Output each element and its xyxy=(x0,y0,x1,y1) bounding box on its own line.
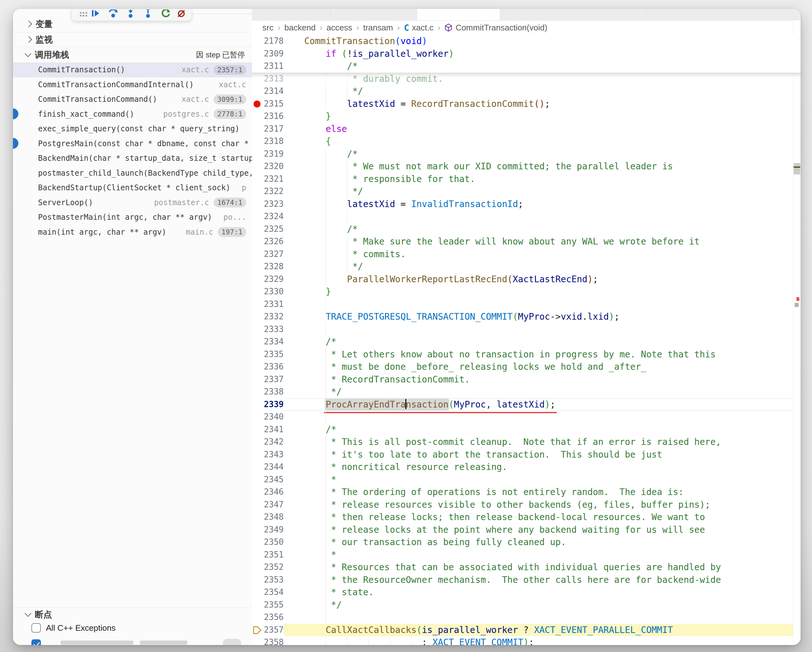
line-number[interactable]: 2319 xyxy=(261,148,284,161)
code-line[interactable]: 2351 * xyxy=(252,549,801,561)
line-number[interactable]: 2330 xyxy=(261,285,284,298)
code-line[interactable]: 2340 xyxy=(252,411,801,423)
call-stack-frame[interactable]: PostmasterMain(int argc, char ** argv)po… xyxy=(13,210,252,225)
call-stack-frame[interactable]: BackendStartup(ClientSocket * client_soc… xyxy=(13,181,252,195)
code-line[interactable]: 2332 TRACE_POSTGRESQL_TRANSACTION_COMMIT… xyxy=(252,311,801,323)
code-line[interactable]: 2320 * We must not mark our XID committe… xyxy=(252,160,801,173)
code-line[interactable]: 2354 * state. xyxy=(252,586,801,599)
editor-pane[interactable]: src›backend›access›transam›Cxact.c›Commi… xyxy=(252,9,801,645)
code-line[interactable]: 2358 : XACT_EVENT_COMMIT); xyxy=(252,636,801,645)
code-line[interactable]: 2335 * Let others know about no transact… xyxy=(252,348,801,361)
line-number[interactable]: 2338 xyxy=(261,386,284,398)
code-line[interactable]: 2356 xyxy=(252,611,801,624)
code-line[interactable]: 2338 */ xyxy=(252,386,801,398)
code-line[interactable]: 2345 * xyxy=(252,473,801,486)
call-stack-frame[interactable]: ServerLoop()postmaster.c1674:1 xyxy=(13,195,252,210)
line-number[interactable]: 2352 xyxy=(261,561,284,574)
line-number[interactable]: 2320 xyxy=(261,160,284,173)
code-line[interactable]: 2347 * release resources visible to othe… xyxy=(252,499,801,511)
breakpoint-icon[interactable] xyxy=(253,101,261,107)
line-number[interactable]: 2329 xyxy=(261,273,284,286)
code-line[interactable]: 2319 /* xyxy=(252,148,801,161)
code-line[interactable]: 2322 */ xyxy=(252,185,801,198)
code-line[interactable]: 2344 * noncritical resource releasing. xyxy=(252,461,801,473)
section-watch[interactable]: 监视 xyxy=(13,32,252,47)
code-line[interactable]: 2317 else xyxy=(252,123,801,135)
line-number[interactable]: 2326 xyxy=(261,235,284,248)
code-line[interactable]: 2330 } xyxy=(252,285,801,298)
code-line[interactable]: 2323 latestXid = InvalidTransactionId; xyxy=(252,198,801,211)
code-line[interactable]: 2324 xyxy=(252,210,801,223)
continue-icon[interactable] xyxy=(89,9,102,20)
restart-icon[interactable] xyxy=(159,9,172,20)
call-stack-frame[interactable]: finish_xact_command()postgres.c2778:1 xyxy=(13,107,252,122)
code-line[interactable]: 2355 */ xyxy=(252,599,801,611)
line-number[interactable]: 2343 xyxy=(261,448,284,461)
code-line[interactable]: 2346 * The ordering of operations is not… xyxy=(252,486,801,499)
sticky-line[interactable]: 2311 /* xyxy=(252,60,801,73)
line-number[interactable]: 2334 xyxy=(261,335,284,348)
code-line[interactable]: 2321 * responsible for that. xyxy=(252,173,801,185)
code-line[interactable]: 2349 * release locks at the point where … xyxy=(252,523,801,536)
code-line[interactable]: 2336 * must be done _before_ releasing l… xyxy=(252,361,801,373)
code-line[interactable]: 2350 * our transaction as being fully cl… xyxy=(252,536,801,549)
code-line[interactable]: 2318 { xyxy=(252,135,801,148)
code-line[interactable]: 2334 /* xyxy=(252,335,801,348)
line-number[interactable]: 2337 xyxy=(261,373,284,386)
call-stack-frame[interactable]: CommitTransactionCommandInternal()xact.c xyxy=(13,77,252,92)
line-number[interactable]: 2178 xyxy=(261,35,284,47)
code-line[interactable]: 2325 /* xyxy=(252,223,801,236)
line-number[interactable]: 2351 xyxy=(261,549,284,561)
code-line[interactable]: 2341 /* xyxy=(252,423,801,436)
breakpoint-row[interactable]: All C++ Exceptions xyxy=(13,621,252,635)
line-number[interactable]: 2331 xyxy=(261,298,284,311)
line-number[interactable]: 2315 xyxy=(261,98,284,110)
section-call-stack[interactable]: 调用堆栈 因 step 已暂停 xyxy=(13,47,252,63)
code-line[interactable]: 2326 * Make sure the leader will know ab… xyxy=(252,235,801,248)
code-line[interactable]: 2327 * commits. xyxy=(252,248,801,261)
sticky-line[interactable]: 2178CommitTransaction(void) xyxy=(252,35,801,47)
line-number[interactable]: 2348 xyxy=(261,511,284,523)
line-number[interactable]: 2333 xyxy=(261,323,284,336)
line-number[interactable]: 2336 xyxy=(261,361,284,373)
line-number[interactable]: 2339 xyxy=(261,398,284,411)
line-number[interactable]: 2349 xyxy=(261,523,284,536)
checkbox-unchecked-icon[interactable] xyxy=(31,623,41,633)
call-stack-frame[interactable]: main(int argc, char ** argv)main.c197:1 xyxy=(13,225,252,240)
line-number[interactable]: 2356 xyxy=(261,611,284,624)
call-stack-frame[interactable]: PostgresMain(const char * dbname, const … xyxy=(13,136,252,151)
editor-scrollbar[interactable] xyxy=(793,20,801,645)
line-number[interactable]: 2322 xyxy=(261,185,284,198)
code-line[interactable]: 2357 CallXactCallbacks(is_parallel_worke… xyxy=(252,624,801,637)
line-number[interactable]: 2344 xyxy=(261,461,284,473)
line-number[interactable]: 2332 xyxy=(261,311,284,323)
line-number[interactable]: 2321 xyxy=(261,173,284,185)
code-line[interactable]: 2333 xyxy=(252,323,801,336)
line-number[interactable]: 2345 xyxy=(261,473,284,486)
code-line[interactable]: 2316 } xyxy=(252,110,801,123)
line-number[interactable]: 2340 xyxy=(261,411,284,423)
step-over-icon[interactable] xyxy=(107,9,119,20)
checkbox-checked-icon[interactable] xyxy=(31,639,41,645)
step-into-icon[interactable] xyxy=(124,9,137,20)
line-number[interactable]: 2346 xyxy=(261,486,284,499)
line-number[interactable]: 2347 xyxy=(261,499,284,511)
call-stack-frame[interactable]: exec_simple_query(const char * query_str… xyxy=(13,121,252,136)
section-breakpoints[interactable]: 断点 xyxy=(13,607,252,621)
code-line[interactable]: 2352 * Resources that can be associated … xyxy=(252,561,801,574)
sticky-line[interactable]: 2309 if (!is_parallel_worker) xyxy=(252,47,801,60)
line-number[interactable]: 2324 xyxy=(261,210,284,223)
code-line[interactable]: 2342 * This is all post-commit cleanup. … xyxy=(252,436,801,448)
line-number[interactable]: 2350 xyxy=(261,536,284,549)
code-line[interactable]: 2337 * RecordTransactionCommit. xyxy=(252,373,801,386)
code-line[interactable]: 2343 * it's too late to abort the transa… xyxy=(252,448,801,461)
line-number[interactable]: 2357 xyxy=(261,624,284,637)
step-out-icon[interactable] xyxy=(142,9,154,20)
line-number[interactable]: 2314 xyxy=(261,85,284,98)
line-number[interactable]: 2317 xyxy=(261,123,284,135)
call-stack-frame[interactable]: BackendMain(char * startup_data, size_t … xyxy=(13,151,252,166)
disconnect-icon[interactable] xyxy=(175,9,188,20)
line-number[interactable]: 2335 xyxy=(261,348,284,361)
line-number[interactable]: 2353 xyxy=(261,574,284,586)
sticky-scroll[interactable]: 2178CommitTransaction(void)2309 if (!is_… xyxy=(252,35,801,73)
